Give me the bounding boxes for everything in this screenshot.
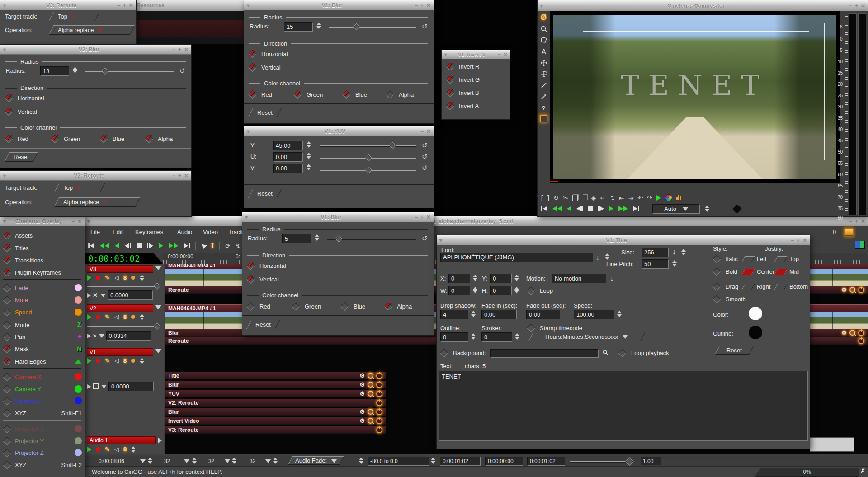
- track-record-toggle[interactable]: [96, 447, 100, 452]
- size-input[interactable]: 256: [642, 248, 669, 257]
- stop-button[interactable]: [137, 243, 142, 248]
- play-reverse-button[interactable]: [115, 243, 119, 248]
- font-browse-icon[interactable]: ↓: [596, 253, 599, 262]
- plugin-magnifier-icon[interactable]: [849, 287, 855, 293]
- plugin-bar-v1-yuv[interactable]: YUV ⚙: [165, 390, 386, 398]
- playback-speed-slider[interactable]: [570, 461, 630, 462]
- plugin-power-icon[interactable]: [858, 330, 864, 336]
- horizontal-checkbox[interactable]: Horizontal: [4, 94, 44, 103]
- maximize-icon[interactable]: [178, 173, 181, 178]
- slider-reset-icon[interactable]: ↺: [179, 67, 185, 74]
- play-button[interactable]: [609, 206, 613, 211]
- radius-spin[interactable]: [315, 234, 319, 241]
- red-checkbox[interactable]: Red: [4, 134, 28, 143]
- track-expand-audio-icon[interactable]: [158, 437, 162, 444]
- track-expand-v1-icon[interactable]: [155, 349, 161, 353]
- overlay-item-plugin-keyframes[interactable]: Plugin Keyframes: [2, 267, 82, 278]
- minimize-icon[interactable]: [117, 3, 120, 8]
- blue-checkbox[interactable]: Blue: [340, 302, 365, 311]
- alpha-checkbox[interactable]: Alpha: [144, 134, 173, 143]
- reset-button[interactable]: Reset: [248, 108, 282, 117]
- plugin-magnifier-icon[interactable]: [368, 418, 373, 424]
- font-spin[interactable]: [605, 253, 609, 260]
- justify-left-checkbox[interactable]: Left: [743, 256, 767, 262]
- plugin-bar-v1-invert[interactable]: Invert Video ⚙: [165, 417, 386, 425]
- plugin-magnifier-icon[interactable]: [368, 391, 373, 397]
- zoom-spin[interactable]: [705, 206, 709, 212]
- histogram-icon[interactable]: [676, 195, 681, 200]
- u-slider[interactable]: [320, 158, 416, 159]
- minimize-icon[interactable]: [849, 219, 852, 224]
- ruler-icon[interactable]: [539, 47, 549, 56]
- plugin-power-icon[interactable]: [858, 338, 864, 344]
- v-input[interactable]: 0.00: [273, 164, 303, 173]
- out-point-icon[interactable]: ]: [547, 194, 550, 201]
- minimize-icon[interactable]: [172, 173, 175, 178]
- play-button[interactable]: [159, 243, 163, 248]
- minimize-icon[interactable]: [791, 238, 794, 243]
- reset-button[interactable]: Reset: [715, 346, 754, 355]
- duration-zoom-spin[interactable]: [148, 458, 152, 464]
- overlay-item-projector-x[interactable]: Projector X: [2, 423, 82, 434]
- tool-info-icon[interactable]: [540, 115, 547, 122]
- plugin-bar-v1-v3reroute[interactable]: V3: Reroute: [165, 426, 386, 434]
- track-expand-v2-icon[interactable]: [155, 305, 161, 309]
- plugin-magnifier-icon[interactable]: [368, 382, 373, 388]
- track-spinner[interactable]: [140, 358, 144, 364]
- overlay-item-pan[interactable]: Pan: [2, 331, 82, 342]
- curve-zoom-spin[interactable]: [273, 458, 278, 464]
- outline-input[interactable]: 0: [440, 332, 468, 342]
- u-spin[interactable]: [307, 153, 311, 159]
- plugin-power-icon[interactable]: [376, 427, 382, 433]
- motion-input[interactable]: No motion: [552, 274, 606, 283]
- video-canvas[interactable]: TENET: [550, 11, 840, 183]
- plugin-bar-v1-blur2[interactable]: Blur ⚙: [165, 408, 386, 416]
- overlay-item-projector-xyz[interactable]: XYZShift-F2: [2, 459, 82, 470]
- h-spin[interactable]: [514, 287, 519, 293]
- fast-rewind-button[interactable]: [100, 243, 109, 248]
- minimize-icon[interactable]: [498, 52, 501, 57]
- track-mute-toggle[interactable]: ◁: [114, 313, 119, 320]
- track-master-toggle[interactable]: [131, 276, 135, 280]
- compositor-titlebar[interactable]: Cinelerra: Compositor: [538, 0, 868, 11]
- overlay-item-mode[interactable]: ModeΣ: [2, 319, 82, 330]
- plugin-gear-icon[interactable]: ⚙: [841, 330, 847, 336]
- justify-mid-checkbox[interactable]: Mid: [776, 268, 799, 275]
- h-input[interactable]: 0: [490, 286, 512, 295]
- frame-back-button[interactable]: [576, 206, 583, 211]
- fast-forward-button[interactable]: [618, 206, 628, 211]
- amp-zoom-value[interactable]: 32: [164, 458, 170, 464]
- close-icon[interactable]: [504, 52, 507, 57]
- stamp-timecode-checkbox[interactable]: Stamp timecode: [526, 323, 582, 332]
- fade-in-input[interactable]: 0.00: [481, 310, 517, 319]
- window-menu-icon[interactable]: [439, 238, 442, 243]
- close-icon[interactable]: [861, 219, 865, 224]
- minimize-icon[interactable]: [71, 219, 75, 224]
- curve-zoom-value[interactable]: 32: [250, 458, 255, 464]
- jump-to-end-button[interactable]: [184, 243, 190, 248]
- copy-icon[interactable]: [572, 195, 578, 201]
- track-zoom-value[interactable]: 32: [208, 458, 214, 464]
- timecode-format-dropdown[interactable]: Hours:Minutes:Seconds.xxx: [528, 332, 645, 341]
- close-icon[interactable]: [861, 3, 865, 9]
- help-icon[interactable]: ?: [539, 103, 549, 112]
- fade-value-v1[interactable]: 0.0000: [108, 382, 154, 391]
- loop-checkbox[interactable]: Loop: [526, 286, 553, 295]
- crop-icon[interactable]: [539, 81, 549, 90]
- duration-zoom-value[interactable]: 0:00:08:06: [99, 458, 124, 464]
- background-checkbox[interactable]: Background:: [439, 348, 486, 357]
- overlay-item-projector-y[interactable]: Projector Y: [2, 435, 82, 446]
- drop-shadow-input[interactable]: 4: [440, 310, 468, 319]
- track-spinner[interactable]: [140, 275, 144, 281]
- overlay-item-mute[interactable]: Mute: [2, 295, 82, 305]
- background-browse-icon[interactable]: [602, 349, 609, 357]
- camera-icon[interactable]: [539, 58, 549, 67]
- close-icon[interactable]: [129, 3, 133, 8]
- red-checkbox[interactable]: Red: [246, 302, 270, 311]
- motion-down-icon[interactable]: ↓: [610, 275, 613, 283]
- menu-keyframes[interactable]: Keyframes: [135, 229, 163, 235]
- slider-reset-icon[interactable]: ↺: [422, 23, 428, 30]
- gang-tracks-icon[interactable]: [855, 241, 865, 249]
- x-input[interactable]: 0: [448, 274, 470, 283]
- keyframe-indicator-icon[interactable]: [845, 229, 853, 236]
